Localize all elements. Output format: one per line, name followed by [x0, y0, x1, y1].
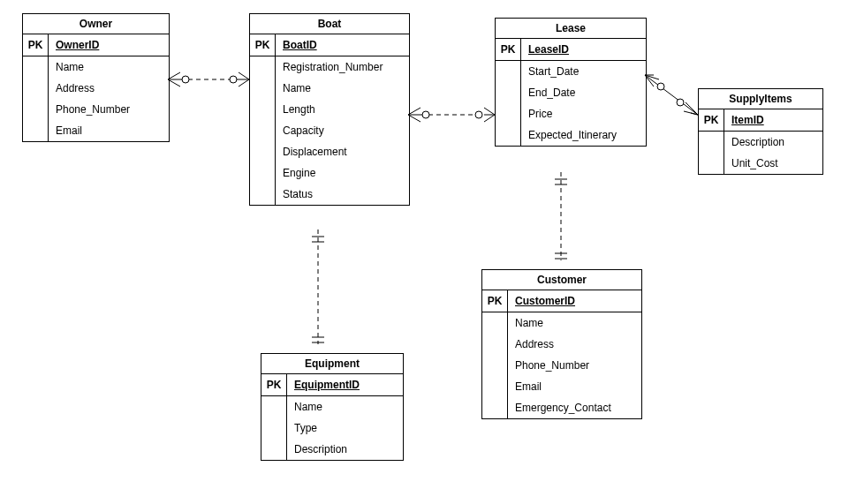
entity-customer-pklabel: PK — [482, 290, 508, 312]
entity-lease-pklabel: PK — [496, 39, 521, 60]
svg-line-10 — [408, 108, 420, 115]
entity-equipment-pkattr: EquipmentID — [287, 374, 403, 395]
entity-lease-pkattr: LeaseID — [521, 39, 646, 60]
entity-supplyitems-pklabel: PK — [699, 109, 724, 131]
entity-lease-attr: Price — [521, 103, 646, 124]
entity-equipment: Equipment PK EquipmentID Name Type Descr… — [261, 353, 404, 461]
entity-equipment-attr: Type — [287, 417, 403, 439]
entity-lease-attr: End_Date — [521, 82, 646, 103]
entity-customer-attr: Emergency_Contact — [508, 397, 641, 418]
entity-owner-attr: Phone_Number — [49, 99, 169, 120]
entity-customer-attr: Address — [508, 334, 641, 355]
entity-owner-pklabel: PK — [23, 34, 49, 56]
svg-point-13 — [422, 111, 429, 118]
rel-lease-supplyitems — [645, 75, 698, 115]
entity-boat-attr: Name — [276, 78, 409, 99]
entity-supplyitems-title: SupplyItems — [699, 89, 822, 109]
entity-supplyitems-pkattr: ItemID — [724, 109, 822, 131]
entity-customer-pkattr: CustomerID — [508, 290, 641, 312]
svg-line-12 — [408, 115, 420, 122]
entity-customer-attr: Name — [508, 312, 641, 334]
svg-line-1 — [168, 72, 180, 79]
svg-line-25 — [684, 111, 698, 115]
entity-owner: Owner PK OwnerID Name Address Phone_Numb… — [22, 13, 170, 142]
entity-owner-attr: Email — [49, 120, 169, 141]
entity-customer: Customer PK CustomerID Name Address Phon… — [481, 269, 642, 419]
svg-line-18 — [645, 75, 698, 115]
entity-owner-title: Owner — [23, 14, 169, 34]
entity-lease-attr: Start_Date — [521, 61, 646, 82]
entity-customer-title: Customer — [482, 270, 641, 290]
svg-line-5 — [239, 72, 249, 79]
entity-lease-attr: Expected_Itinerary — [521, 124, 646, 146]
entity-boat-attr: Engine — [276, 162, 409, 184]
rel-owner-boat — [168, 72, 249, 87]
entity-supplyitems: SupplyItems PK ItemID Description Unit_C… — [698, 88, 823, 175]
entity-boat-attr: Displacement — [276, 141, 409, 162]
entity-equipment-attr: Description — [287, 439, 403, 460]
entity-lease: Lease PK LeaseID Start_Date End_Date Pri… — [495, 18, 647, 147]
entity-owner-pkattr: OwnerID — [49, 34, 169, 56]
svg-point-8 — [230, 76, 237, 83]
rel-boat-equipment — [312, 229, 324, 344]
entity-boat-title: Boat — [250, 14, 409, 34]
rel-lease-customer — [555, 172, 567, 260]
entity-equipment-pklabel: PK — [261, 374, 287, 395]
svg-line-7 — [239, 79, 249, 87]
svg-line-16 — [484, 115, 495, 122]
entity-boat-attr: Status — [276, 184, 409, 205]
entity-customer-attr: Phone_Number — [508, 355, 641, 376]
entity-boat-attr: Capacity — [276, 120, 409, 141]
entity-owner-attr: Name — [49, 56, 169, 78]
svg-point-26 — [677, 99, 684, 106]
svg-line-14 — [484, 108, 495, 115]
entity-owner-attr: Address — [49, 78, 169, 99]
entity-boat-pklabel: PK — [250, 34, 276, 56]
entity-supplyitems-attr: Unit_Cost — [724, 153, 822, 174]
svg-line-24 — [691, 113, 698, 115]
entity-supplyitems-attr: Description — [724, 132, 822, 153]
svg-point-17 — [475, 111, 482, 118]
svg-line-23 — [686, 102, 698, 115]
rel-boat-lease — [408, 108, 495, 122]
entity-boat: Boat PK BoatID Registration_Number Name … — [249, 13, 410, 206]
svg-point-4 — [182, 76, 189, 83]
entity-boat-pkattr: BoatID — [276, 34, 409, 56]
entity-customer-attr: Email — [508, 376, 641, 397]
svg-line-3 — [168, 79, 180, 87]
entity-boat-attr: Registration_Number — [276, 56, 409, 78]
entity-equipment-attr: Name — [287, 396, 403, 417]
entity-boat-attr: Length — [276, 99, 409, 120]
entity-lease-title: Lease — [496, 19, 646, 39]
svg-point-22 — [657, 83, 664, 90]
entity-equipment-title: Equipment — [261, 354, 403, 374]
svg-line-21 — [645, 75, 659, 79]
